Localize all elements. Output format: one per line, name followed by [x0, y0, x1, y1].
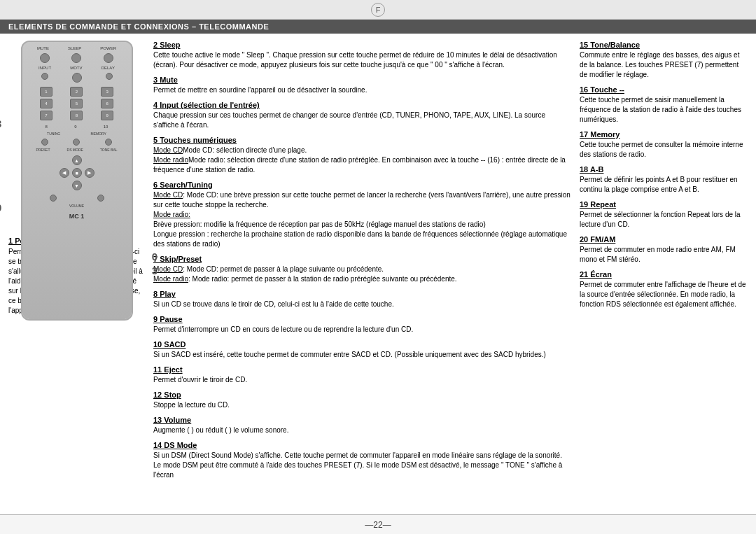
- dsmode-section: 14 DS Mode Si un DSM (Direct Sound Mode)…: [153, 441, 571, 480]
- power-label: POWER: [100, 46, 116, 50]
- label-tuning: TUNING: [47, 132, 60, 136]
- remote-bottom-btns: [22, 193, 132, 203]
- touches-num-section: 5 Touches numériques Mode CDMode CD: sél…: [153, 136, 571, 175]
- remote-btn-s3[interactable]: [106, 73, 113, 80]
- remote-btn-9[interactable]: 9: [101, 111, 113, 120]
- stop-section: 12 Stop Stoppe la lecture du CD.: [153, 391, 571, 410]
- remote-mc-label: MC 1: [22, 213, 132, 220]
- sleep-section: 2 Sleep Cette touche active le mode " Sl…: [153, 41, 571, 70]
- remote-btn-mute[interactable]: [40, 53, 50, 63]
- label-memory: MEMORY: [90, 132, 106, 136]
- number-3-left: 3: [0, 118, 1, 129]
- memory-title: 17 Memory: [580, 130, 748, 139]
- skip-text-cd: Mode CD: Mode CD: permet de passer à la …: [153, 265, 571, 274]
- mode-radio-label: Mode radio: [153, 156, 188, 164]
- remote-top-buttons: [22, 52, 132, 64]
- remote-btn-r2[interactable]: [73, 139, 80, 146]
- search-text-cd: Mode CD: Mode CD: une brève pression sur…: [153, 190, 571, 210]
- input-title: 4 Input (sélection de l'entrée): [153, 101, 571, 109]
- mode-cd-label-2: Mode CD: [153, 191, 183, 199]
- remote-btn-r1[interactable]: [41, 139, 48, 146]
- remote-btn-left[interactable]: ◀: [59, 168, 69, 178]
- remote-btn-b1[interactable]: [50, 195, 57, 202]
- mode-radio-label-2: Mode radio:: [153, 211, 190, 218]
- remote-btn-r3[interactable]: [105, 139, 112, 146]
- eject-section: 11 Eject Permet d'ouvrir le tiroir de CD…: [153, 365, 571, 385]
- remote-btn-s2[interactable]: [72, 73, 82, 83]
- search-section: 6 Search/Tuning Mode CD: Mode CD: une br…: [153, 181, 571, 249]
- remote-row-labels-3: PRESET DS MODE TONE BAL: [22, 147, 132, 153]
- fmam-section: 20 FM/AM Permet de commuter en mode radi…: [580, 235, 748, 265]
- remote-bottom-labels-2: TUNING MEMORY: [22, 130, 132, 137]
- mute-section: 3 Mute Permet de mettre en sourdine l'ap…: [153, 76, 571, 95]
- remote-control-image: MUTE SLEEP POWER INPUT MOTV DELAY: [21, 41, 133, 321]
- remote-btn-2[interactable]: 2: [70, 87, 83, 97]
- remote-second-row: [22, 71, 132, 84]
- mute-text: Permet de mettre en sourdine l'appareil …: [153, 85, 571, 95]
- pause-section: 9 Pause Permet d'interrompre un CD en co…: [153, 315, 571, 335]
- ab-text: Permet de définir les points A et B pour…: [580, 175, 748, 195]
- play-section: 8 Play Si un CD se trouve dans le tiroir…: [153, 290, 571, 309]
- remote-btn-center[interactable]: ■: [72, 168, 82, 178]
- mode-cd-label-3: Mode CD: [153, 265, 183, 273]
- sleep-title: 2 Sleep: [153, 41, 571, 49]
- touches-num-text-radio: Mode radioMode radio: sélection directe …: [153, 155, 571, 175]
- remote-btn-power[interactable]: [104, 53, 113, 63]
- top-bar: F: [0, 0, 756, 20]
- remote-btn-up[interactable]: ▲: [72, 155, 82, 165]
- label-dsmode: DS MODE: [67, 148, 83, 152]
- remote-btn-1[interactable]: 1: [40, 87, 52, 97]
- remote-btn-input[interactable]: [71, 53, 81, 63]
- play-title: 8 Play: [153, 290, 571, 298]
- remote-mid-labels: INPUT MOTV DELAY: [22, 64, 132, 71]
- touches-num-text-cd: Mode CDMode CD: sélection directe d'une …: [153, 146, 571, 155]
- label-10: 10: [104, 125, 108, 129]
- remote-btn-b2[interactable]: [97, 195, 104, 202]
- remote-btn-4[interactable]: 4: [40, 99, 52, 108]
- remote-btn-7[interactable]: 7: [40, 111, 52, 120]
- mode-radio-label-3: Mode radio: [153, 275, 188, 283]
- label-9: 9: [74, 125, 76, 129]
- tone-balance-section: 15 Tone/Balance Commute entre le réglage…: [580, 41, 748, 80]
- remote-btn-s1[interactable]: [41, 73, 48, 80]
- remote-btn-6[interactable]: 6: [101, 99, 113, 108]
- remote-btn-8[interactable]: 8: [70, 111, 83, 120]
- dsmode-title: 14 DS Mode: [153, 441, 571, 449]
- ab-section: 18 A-B Permet de définir les points A et…: [580, 165, 748, 195]
- dsmode-text: Si un DSM (Direct Sound Mode) s'affiche.…: [153, 451, 571, 480]
- remote-btn-down[interactable]: ▼: [72, 181, 82, 190]
- mode-cd-label: Mode CD: [153, 146, 183, 154]
- pause-title: 9 Pause: [153, 315, 571, 323]
- repeat-title: 19 Repeat: [580, 200, 748, 209]
- remote-top-labels: MUTE SLEEP POWER: [22, 42, 132, 52]
- remote-btn-3[interactable]: 3: [101, 87, 113, 97]
- touche-section: 16 Touche -- Cette touche permet de sais…: [580, 85, 748, 125]
- skip-title: 7 Skip/Preset: [153, 255, 571, 263]
- remote-num-grid: 1 2 3 4 5 6 7 8 9: [22, 84, 132, 123]
- touche-text: Cette touche permet de saisir manuelleme…: [580, 95, 748, 125]
- search-text-brief: Brève pression: modifie la fréquence de …: [153, 220, 571, 230]
- label-motv: MOTV: [70, 66, 82, 70]
- mute-title: 3 Mute: [153, 76, 571, 84]
- page: F ELEMENTS DE COMMANDE ET CONNEXIONS – T…: [0, 0, 756, 534]
- volume-section: 13 Volume Augmente ( ) ou réduit ( ) le …: [153, 416, 571, 435]
- remote-btn-5[interactable]: 5: [70, 99, 83, 108]
- remote-btn-right[interactable]: ▶: [85, 168, 94, 178]
- bottom-bar: — 22 —: [0, 514, 756, 534]
- skip-text-radio: Mode radio: Mode radio: permet de passer…: [153, 274, 571, 284]
- number-0-left: 0: [0, 202, 1, 213]
- search-text-radio: Mode radio:: [153, 210, 571, 220]
- touche-title: 16 Touche --: [580, 85, 748, 94]
- memory-text: Cette touche permet de consulter la mémo…: [580, 140, 748, 160]
- play-text: Si un CD se trouve dans le tiroir de CD,…: [153, 300, 571, 309]
- volume-title: 13 Volume: [153, 416, 571, 424]
- section-header: ELEMENTS DE COMMANDE ET CONNEXIONS – TEL…: [0, 20, 756, 34]
- circle-f-label: F: [371, 3, 385, 17]
- label-delay: DELAY: [102, 66, 115, 70]
- sacd-title: 10 SACD: [153, 340, 571, 349]
- ecran-title: 21 Écran: [580, 270, 748, 279]
- page-number: 22: [373, 520, 382, 530]
- touches-num-title: 5 Touches numériques: [153, 136, 571, 144]
- volume-text: Augmente ( ) ou réduit ( ) le volume son…: [153, 426, 571, 435]
- label-tonembal: TONE BAL: [100, 148, 118, 152]
